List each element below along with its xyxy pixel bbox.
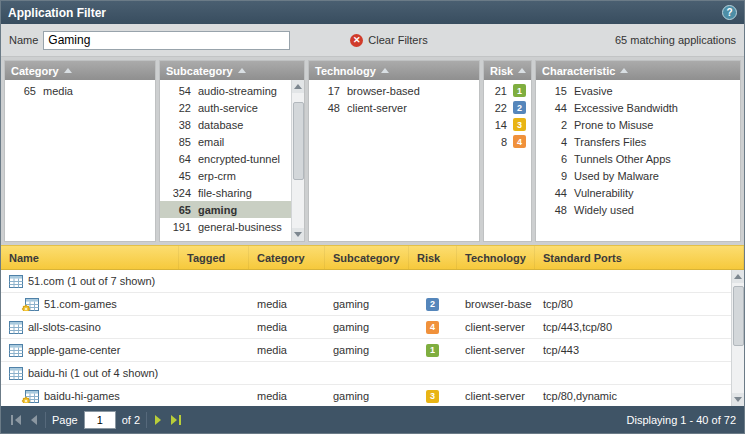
technology-column-header[interactable]: Technology [309,61,479,80]
item-count: 64 [165,153,191,165]
category-item-media[interactable]: 65media [5,82,155,99]
characteristic-item-tunnels-other-apps[interactable]: 6Tunnels Other Apps [536,150,740,167]
risk-cell: 3 [409,389,457,403]
clear-filters-button[interactable]: Clear Filters [346,32,431,49]
table-header-risk[interactable]: Risk [409,246,457,269]
subcategory-list: 54audio-streaming22auth-service38databas… [160,80,291,241]
table-scrollbar-down-button[interactable] [732,393,744,406]
risk-4-badge-icon: 4 [426,321,439,334]
item-count: 2 [541,119,567,131]
name-cell: 51.com-games [1,298,179,311]
table-body: 51.com (1 out of 7 shown)51.com-gamesmed… [1,270,744,406]
subcategory-item-gaming[interactable]: 65gaming [160,201,291,218]
technology-item-client-server[interactable]: 48client-server [309,99,479,116]
risk-cell: 4 [409,320,457,334]
item-label: media [43,85,73,97]
category-column-header[interactable]: Category [5,61,155,80]
item-label: auth-service [198,102,258,114]
item-label: Vulnerability [574,187,634,199]
application-name: 51.com (1 out of 7 shown) [28,275,155,287]
pagination-prev-button[interactable] [29,413,39,427]
characteristic-column-header[interactable]: Characteristic [536,61,740,80]
name-cell: apple-game-center [1,344,179,357]
pagination-last-button[interactable] [169,413,183,427]
help-icon[interactable]: ? [722,5,737,20]
characteristic-header-label: Characteristic [542,65,615,77]
filter-column-category: Category65media [4,60,156,242]
name-cell: baidu-hi-games [1,390,179,403]
table-row-baidu-hi-1-out-of-4-shown[interactable]: baidu-hi (1 out of 4 shown) [1,362,744,385]
risk-column-header[interactable]: Risk [484,61,531,80]
page-number-input[interactable] [84,411,116,429]
subcategory-scrollbar-thumb[interactable] [293,102,304,180]
subcategory-item-file-sharing[interactable]: 324file-sharing [160,184,291,201]
name-filter-input[interactable] [43,31,290,50]
sort-ascending-icon [381,68,389,73]
table-header-tagged[interactable]: Tagged [179,246,249,269]
table-scrollbar-up-button[interactable] [732,270,744,283]
item-count: 65 [165,204,191,216]
item-count: 54 [165,85,191,97]
item-count: 191 [165,221,191,233]
technology-item-browser-based[interactable]: 17browser-based [309,82,479,99]
characteristic-item-widely-used[interactable]: 48Widely used [536,201,740,218]
subcategory-scrollbar[interactable] [291,80,304,241]
table-row-baidu-hi-games[interactable]: baidu-hi-gamesmediagaming3client-servert… [1,385,744,406]
risk-item-risk-4[interactable]: 84 [484,133,531,150]
table-header-standard-ports[interactable]: Standard Ports [535,246,744,269]
item-label: client-server [347,102,407,114]
table-row-51-com-games[interactable]: 51.com-gamesmediagaming2browser-basetcp/… [1,293,744,316]
item-label: email [198,136,224,148]
filter-column-subcategory: Subcategory54audio-streaming22auth-servi… [159,60,305,242]
item-label: file-sharing [198,187,252,199]
risk-item-risk-1[interactable]: 211 [484,82,531,99]
subcategory-item-audio-streaming[interactable]: 54audio-streaming [160,82,291,99]
table-header-category[interactable]: Category [249,246,325,269]
risk-item-risk-3[interactable]: 143 [484,116,531,133]
subcategory-item-auth-service[interactable]: 22auth-service [160,99,291,116]
name-cell: baidu-hi (1 out of 4 shown) [1,367,179,380]
item-count: 17 [314,85,340,97]
item-count: 22 [165,102,191,114]
risk-item-risk-2[interactable]: 222 [484,99,531,116]
subcategory-item-encrypted-tunnel[interactable]: 64encrypted-tunnel [160,150,291,167]
scroll-down-icon [294,232,302,237]
characteristic-item-transfers-files[interactable]: 4Transfers Files [536,133,740,150]
characteristic-item-vulnerability[interactable]: 44Vulnerability [536,184,740,201]
characteristic-item-excessive-bandwidth[interactable]: 44Excessive Bandwidth [536,99,740,116]
characteristic-item-prone-to-misuse[interactable]: 2Prone to Misuse [536,116,740,133]
subcategory-cell: gaming [325,298,409,310]
subcategory-scrollbar-up-button[interactable] [292,80,304,93]
sort-ascending-icon [64,68,72,73]
table-row-apple-game-center[interactable]: apple-game-centermediagaming1client-serv… [1,339,744,362]
table-header-subcategory[interactable]: Subcategory [325,246,409,269]
gear-icon [21,396,31,403]
subcategory-scrollbar-down-button[interactable] [292,228,304,241]
pagination-first-button[interactable] [9,413,23,427]
table-row-51-com-1-out-of-7-shown[interactable]: 51.com (1 out of 7 shown) [1,270,744,293]
next-page-arrow-icon [155,415,161,425]
filter-column-technology: Technology17browser-based48client-server [308,60,480,242]
table-scrollbar[interactable] [731,270,744,406]
subcategory-column-header[interactable]: Subcategory [160,61,304,80]
characteristic-item-used-by-malware[interactable]: 9Used by Malware [536,167,740,184]
dialog-title: Application Filter [8,6,106,20]
item-count: 9 [541,170,567,182]
pagination-next-button[interactable] [153,413,163,427]
subcategory-item-erp-crm[interactable]: 45erp-crm [160,167,291,184]
risk-list: 21122214384 [484,80,531,241]
item-label: Used by Malware [574,170,659,182]
filter-columns: Category65mediaSubcategory54audio-stream… [1,57,744,245]
category-cell: media [249,344,325,356]
item-count: 48 [314,102,340,114]
ports-cell: tcp/80,dynamic [535,390,744,402]
table-scrollbar-thumb[interactable] [733,286,744,346]
name-cell: all-slots-casino [1,321,179,334]
table-row-all-slots-casino[interactable]: all-slots-casinomediagaming4client-serve… [1,316,744,339]
subcategory-item-email[interactable]: 85email [160,133,291,150]
characteristic-item-evasive[interactable]: 15Evasive [536,82,740,99]
subcategory-item-general-business[interactable]: 191general-business [160,218,291,235]
table-header-name[interactable]: Name [1,246,179,269]
table-header-technology[interactable]: Technology [457,246,535,269]
subcategory-item-database[interactable]: 38database [160,116,291,133]
